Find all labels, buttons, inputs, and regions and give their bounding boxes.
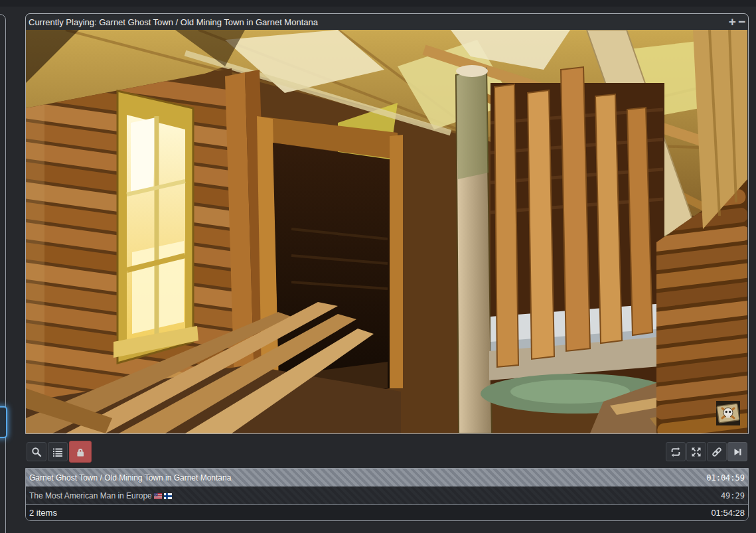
skip-next-icon [732,447,743,457]
fullscreen-button[interactable] [686,442,706,461]
window-top-strip [0,0,756,7]
playlist-footer: 2 items 01:54:28 [26,504,748,520]
finland-flag-icon [164,493,172,499]
link-button[interactable] [707,442,727,461]
collapsed-side-panel[interactable] [0,14,6,533]
lock-button[interactable] [69,441,92,463]
player-titlebar: Currently Playing: Garnet Ghost Town / O… [26,14,748,30]
playlist-total-duration: 01:54:28 [711,508,745,518]
us-flag-icon [154,493,162,499]
now-playing-title: Currently Playing: Garnet Ghost Town / O… [29,17,318,27]
grow-button[interactable]: + [729,16,736,28]
player-window-controls: + − [729,16,745,28]
search-icon [31,447,42,457]
search-button[interactable] [27,442,46,461]
playlist-view-button[interactable] [48,442,68,461]
playlist-row[interactable]: The Most American Man in Europe 49:29 [26,487,748,504]
lock-icon [75,447,86,457]
video-frame[interactable] [26,30,747,433]
playlist-panel: Garnet Ghost Town / Old Mining Town in G… [25,468,749,521]
video-scene-cabin-interior [26,30,747,433]
playlist-icon [52,447,63,457]
playlist-item-duration: 01:04:59 [706,473,745,483]
pirate-flag-thumbnail [716,401,740,425]
repeat-button[interactable] [666,442,686,461]
playlist-row-current[interactable]: Garnet Ghost Town / Old Mining Town in G… [26,469,748,487]
playlist-item-count: 2 items [29,508,57,518]
link-icon [712,447,722,457]
playlist-item-title: Garnet Ghost Town / Old Mining Town in G… [29,473,231,483]
skip-next-button[interactable] [727,442,747,461]
playlist-toolbar-right [666,441,747,463]
playlist-item-title: The Most American Man in Europe [29,491,172,500]
fullscreen-icon [691,447,702,457]
playlist-toolbar-left [27,441,92,463]
repeat-icon [670,447,681,457]
player-window: Currently Playing: Garnet Ghost Town / O… [25,13,749,434]
playlist-item-duration: 49:29 [721,491,745,500]
focused-side-control[interactable] [0,406,7,438]
shrink-button[interactable]: − [738,16,745,28]
